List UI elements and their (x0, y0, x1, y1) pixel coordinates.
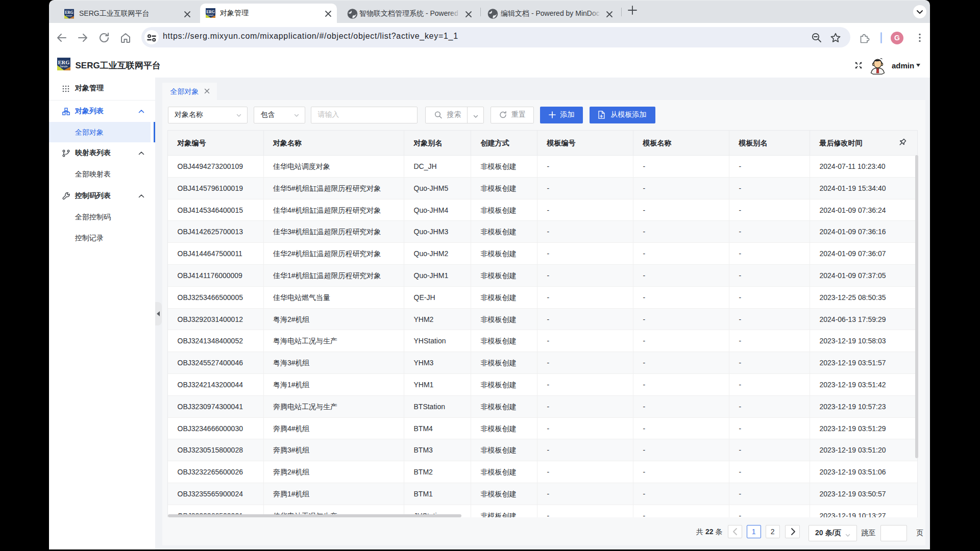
svg-text:ERG: ERG (58, 60, 70, 65)
svg-text:Sample: Sample (66, 15, 72, 17)
svg-text:Sample: Sample (60, 65, 68, 68)
svg-text:Sample: Sample (208, 14, 214, 16)
svg-text:ERG: ERG (65, 10, 73, 15)
svg-text:ERG: ERG (206, 10, 214, 14)
